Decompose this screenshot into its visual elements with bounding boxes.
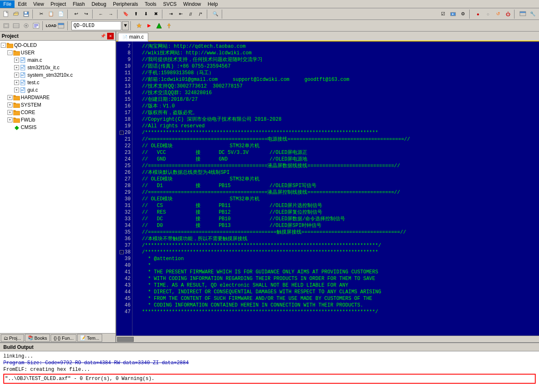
options-button[interactable]: ⚙: [458, 10, 468, 19]
code-line: // OLED模块 STM32单片机: [136, 176, 536, 183]
unindent-button[interactable]: ⇤: [176, 10, 185, 19]
flash-download-button[interactable]: [164, 21, 174, 30]
project-dropdown[interactable]: QD-OLED: [71, 21, 121, 30]
menu-project[interactable]: Project: [47, 0, 69, 8]
menu-svcs[interactable]: SVCS: [160, 0, 180, 8]
editor-tab-main-c[interactable]: 📄 main.c: [118, 33, 148, 41]
power-button[interactable]: ⏻: [503, 10, 512, 19]
uncomment-button[interactable]: /*: [196, 10, 205, 19]
window-settings-button[interactable]: [518, 10, 527, 19]
menu-file[interactable]: File: [0, 0, 15, 8]
stop-debug-button[interactable]: ○: [483, 10, 492, 19]
tree-item-fwlib[interactable]: + FWLib: [1, 116, 115, 124]
tools-button[interactable]: 🔧: [528, 10, 537, 19]
menu-flash[interactable]: Flash: [69, 0, 88, 8]
save-button[interactable]: [22, 10, 31, 19]
check-button[interactable]: ☑: [439, 10, 448, 19]
undo-button[interactable]: ↩: [71, 10, 81, 19]
comment-button[interactable]: //: [186, 10, 195, 19]
indent-button[interactable]: ⇥: [166, 10, 175, 19]
scrollbar-thumb[interactable]: [117, 337, 134, 342]
next-bookmark-button[interactable]: ⬇: [141, 10, 150, 19]
code-line: //技术交流QQ群: 324828016: [136, 90, 536, 96]
peripherals2-button[interactable]: [22, 21, 31, 30]
new-file-button[interactable]: [2, 10, 11, 19]
nav-forward-button[interactable]: →: [106, 10, 115, 19]
memory-button[interactable]: [12, 21, 21, 30]
cut-button[interactable]: ✂: [37, 10, 46, 19]
redo-button[interactable]: ↪: [81, 10, 91, 19]
expand-hardware[interactable]: +: [7, 95, 12, 100]
menu-debug[interactable]: Debug: [88, 0, 110, 8]
sidebar-tab-functions[interactable]: {} {} Fun...: [51, 334, 76, 342]
build-manage-button[interactable]: [135, 21, 144, 30]
tree-item-root[interactable]: - QD-OLED: [1, 41, 115, 49]
menu-tools[interactable]: Tools: [142, 0, 160, 8]
expand-user[interactable]: -: [7, 50, 12, 55]
cpu-button[interactable]: [2, 21, 11, 30]
line-number: 16: [125, 103, 130, 110]
tree-item-stm32-it[interactable]: + stm32f10x_it.c: [1, 64, 115, 71]
tree-item-system[interactable]: + system_stm32f10x.c: [1, 71, 115, 79]
start-debug-button[interactable]: ●: [473, 10, 483, 19]
code-content[interactable]: //淘宝网站: http://qdtech.taobao.com //wiki技…: [132, 41, 539, 336]
menu-edit[interactable]: Edit: [15, 0, 30, 8]
build-all-button[interactable]: [448, 10, 458, 19]
fold-button[interactable]: -: [120, 131, 124, 135]
tree-item-core[interactable]: + CORE: [1, 109, 115, 116]
sidebar-pin-icon[interactable]: 📌: [100, 33, 106, 39]
code-line: //======================================…: [136, 229, 536, 236]
sidebar-tab-templates[interactable]: 📝 Tem...: [77, 334, 102, 342]
svg-rect-48: [13, 119, 20, 123]
paste-button[interactable]: 📄: [56, 10, 66, 19]
open-file-button[interactable]: [12, 10, 21, 19]
menu-help[interactable]: Help: [204, 0, 221, 8]
project-dropdown-value: QD-OLED: [74, 23, 94, 29]
menu-peripherals[interactable]: Peripherals: [110, 0, 142, 8]
sidebar-close-icon[interactable]: ✕: [107, 33, 114, 39]
sidebar-tab-project[interactable]: 🗂 Proj...: [1, 334, 24, 342]
bookmark-button[interactable]: 🔖: [121, 10, 130, 19]
expand-system[interactable]: +: [14, 73, 19, 78]
tree-item-cmsis[interactable]: ◆ CMSIS: [1, 124, 115, 131]
tree-item-gui-c[interactable]: + gui.c: [1, 86, 115, 94]
expand-test-c[interactable]: +: [14, 80, 19, 85]
expand-stm32-it[interactable]: +: [14, 65, 19, 70]
prev-bookmark-button[interactable]: ⬆: [131, 10, 140, 19]
menu-view[interactable]: View: [30, 0, 47, 8]
menu-window[interactable]: Window: [180, 0, 204, 8]
expand-fwlib[interactable]: +: [7, 117, 12, 122]
code-line: //本模块不带触摸功能，所以不需要触摸屏接线: [136, 236, 536, 242]
project-dropdown-arrow[interactable]: ▼: [122, 21, 129, 30]
expand-gui-c[interactable]: +: [14, 88, 19, 93]
event-log-button[interactable]: [32, 21, 41, 30]
compile-button[interactable]: ▶: [145, 21, 154, 30]
load-button[interactable]: LOAD: [47, 21, 56, 30]
tree-item-system-folder[interactable]: + SYSTEM: [1, 101, 115, 109]
code-area[interactable]: 78910111213141516171819-2021222324252627…: [116, 41, 539, 336]
tree-item-user[interactable]: - USER: [1, 49, 115, 56]
system-viewer-button[interactable]: [56, 21, 66, 30]
find-button[interactable]: 🔍: [211, 10, 220, 19]
expand-core[interactable]: +: [7, 110, 12, 115]
fold-button[interactable]: -: [120, 250, 124, 254]
tree-item-main-c[interactable]: + main.c: [1, 56, 115, 64]
build-button[interactable]: [154, 21, 164, 30]
tree-label-hardware: HARDWARE: [21, 95, 50, 100]
horizontal-scrollbar[interactable]: [116, 336, 539, 342]
line-number: 14: [125, 90, 130, 96]
tree-item-test-c[interactable]: + test.c: [1, 79, 115, 86]
svg-rect-43: [21, 90, 23, 90]
build-output-title: Build Output: [3, 344, 34, 350]
svg-rect-21: [58, 23, 64, 25]
sidebar-tab-books[interactable]: 📚 Books: [25, 334, 50, 342]
tree-item-hardware[interactable]: + HARDWARE: [1, 94, 115, 101]
nav-back-button[interactable]: ←: [96, 10, 105, 19]
expand-system-folder[interactable]: +: [7, 102, 12, 107]
svg-rect-31: [21, 67, 23, 68]
expand-main-c[interactable]: +: [14, 58, 19, 63]
clear-bookmarks-button[interactable]: ✖: [151, 10, 160, 19]
copy-button[interactable]: 📋: [47, 10, 56, 19]
expand-root[interactable]: -: [1, 43, 6, 48]
reset-button[interactable]: ↺: [493, 10, 502, 19]
